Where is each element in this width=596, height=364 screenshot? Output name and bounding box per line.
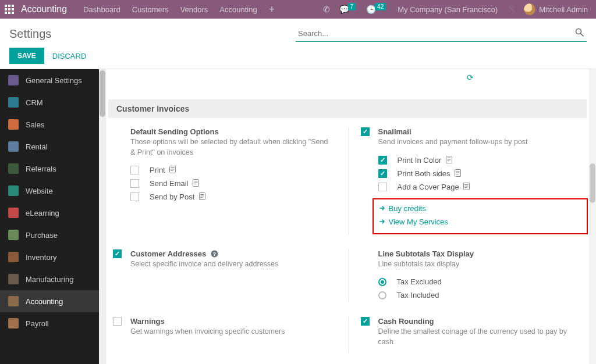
setting-line-subtotals-title: Line Subtotals Tax Display — [378, 249, 583, 258]
content-scrollbar[interactable] — [589, 69, 596, 364]
label-tax-excluded: Tax Excluded — [397, 277, 442, 286]
setting-default-sending-desc: Those options will be selected by defaul… — [130, 137, 335, 158]
activities-icon[interactable]: 🕒42 — [361, 5, 392, 14]
setting-warnings-title: Warnings — [130, 317, 335, 326]
checkbox-print-color[interactable] — [378, 156, 387, 165]
sidebar-item-crm[interactable]: CRM — [0, 91, 106, 113]
sidebar-icon — [8, 163, 19, 174]
sidebar-item-accounting[interactable]: Accounting — [0, 290, 106, 312]
sidebar-icon — [8, 296, 19, 306]
apps-menu-icon[interactable] — [5, 5, 14, 14]
section-header-customer-invoices: Customer Invoices — [108, 99, 587, 118]
setting-cash-rounding-desc: Define the smallest coinage of the curre… — [378, 327, 583, 347]
checkbox-cash-rounding[interactable] — [361, 317, 370, 326]
sidebar-scrollbar[interactable] — [99, 69, 106, 364]
sidebar-label: Referrals — [26, 165, 56, 173]
label-cover-page: Add a Cover Page — [398, 183, 470, 191]
checkbox-snailmail[interactable] — [361, 127, 370, 136]
sidebar-item-purchase[interactable]: Purchase — [0, 224, 106, 246]
radio-tax-excluded[interactable] — [378, 278, 386, 286]
activities-badge: 42 — [375, 3, 386, 10]
nav-vendors[interactable]: Vendors — [175, 5, 214, 14]
label-print-color: Print In Color — [398, 156, 453, 165]
doc-icon — [446, 156, 452, 163]
messages-badge: 7 — [348, 3, 356, 10]
sidebar-icon — [8, 185, 19, 196]
sidebar-item-referrals[interactable]: Referrals — [0, 158, 106, 180]
sidebar-icon — [8, 208, 19, 218]
label-print-both-sides: Print Both sides — [398, 169, 462, 178]
doc-icon — [455, 169, 461, 177]
sidebar-icon — [8, 318, 19, 329]
doc-icon — [193, 179, 199, 187]
sidebar-label: Purchase — [26, 231, 58, 240]
doc-icon — [169, 166, 176, 173]
sidebar-item-payroll[interactable]: Payroll — [0, 312, 106, 334]
refresh-icon[interactable]: ⟳ — [467, 73, 474, 82]
nav-customers[interactable]: Customers — [126, 5, 175, 14]
sidebar-icon — [8, 119, 19, 130]
doc-icon — [463, 183, 470, 190]
sidebar-icon — [8, 230, 19, 240]
radio-tax-included[interactable] — [378, 291, 386, 299]
label-send-post: Send by Post — [150, 192, 205, 201]
label-send-email: Send Email — [150, 179, 199, 188]
tools-icon[interactable]: ✕ — [503, 4, 520, 15]
setting-warnings-desc: Get warnings when invoicing specific cus… — [130, 327, 335, 337]
save-button[interactable]: SAVE — [9, 48, 44, 64]
sidebar-icon — [8, 141, 19, 152]
checkbox-cover-page[interactable] — [378, 183, 387, 191]
sidebar-label: Accounting — [26, 297, 63, 306]
arrow-icon — [379, 219, 385, 224]
sidebar-label: General Settings — [26, 76, 82, 85]
settings-sidebar: General SettingsCRMSalesRentalReferralsW… — [0, 69, 106, 364]
sidebar-icon — [8, 274, 19, 284]
messages-icon[interactable]: 💬7 — [335, 5, 362, 14]
nav-dashboard[interactable]: Dashboard — [77, 5, 126, 14]
arrow-icon — [379, 205, 385, 211]
label-print: Print — [150, 166, 176, 174]
checkbox-customer-addresses[interactable] — [113, 249, 122, 258]
sidebar-item-manufacturing[interactable]: Manufacturing — [0, 268, 106, 290]
user-menu[interactable]: Mitchell Admin — [520, 3, 591, 15]
sidebar-item-elearning[interactable]: eLearning — [0, 202, 106, 224]
settings-content: ⟳ Customer Invoices Default Sending Opti… — [106, 69, 596, 364]
sidebar-icon — [8, 75, 19, 85]
setting-cash-rounding-title: Cash Rounding — [378, 317, 583, 326]
search-icon[interactable] — [575, 28, 584, 37]
highlighted-actions-box: Buy credits View My Services — [372, 198, 588, 234]
help-icon[interactable] — [211, 250, 218, 258]
checkbox-send-post[interactable] — [130, 192, 139, 201]
checkbox-print-both-sides[interactable] — [378, 169, 387, 178]
sidebar-item-inventory[interactable]: Inventory — [0, 246, 106, 268]
setting-customer-addresses-title: Customer Addresses — [130, 249, 335, 258]
user-name: Mitchell Admin — [539, 5, 588, 14]
nav-accounting[interactable]: Accounting — [214, 5, 262, 14]
company-switcher[interactable]: My Company (San Francisco) — [392, 5, 503, 14]
link-view-my-services[interactable]: View My Services — [379, 215, 581, 229]
setting-line-subtotals-desc: Line subtotals tax display — [378, 259, 583, 270]
app-brand[interactable]: Accounting — [21, 4, 67, 15]
checkbox-warnings[interactable] — [113, 317, 122, 326]
sidebar-label: Sales — [26, 120, 45, 129]
sidebar-label: Rental — [26, 142, 48, 151]
sidebar-item-general-settings[interactable]: General Settings — [0, 69, 106, 91]
avatar — [524, 3, 535, 15]
doc-icon — [199, 192, 205, 200]
checkbox-print[interactable] — [130, 166, 139, 174]
label-tax-included: Tax Included — [397, 291, 439, 299]
page-title: Settings — [9, 27, 51, 41]
sidebar-label: Manufacturing — [26, 275, 73, 284]
checkbox-send-email[interactable] — [130, 179, 139, 188]
discard-button[interactable]: DISCARD — [52, 52, 87, 60]
phone-icon[interactable]: ✆ — [318, 5, 335, 14]
setting-snailmail-desc: Send invoices and payment follow-ups by … — [378, 137, 583, 148]
sidebar-item-rental[interactable]: Rental — [0, 135, 106, 158]
search-input[interactable] — [296, 26, 587, 42]
sidebar-label: Website — [26, 187, 53, 195]
link-buy-credits[interactable]: Buy credits — [379, 202, 581, 215]
plus-icon[interactable]: + — [263, 3, 281, 16]
sidebar-item-website[interactable]: Website — [0, 180, 106, 202]
setting-default-sending-title: Default Sending Options — [130, 127, 335, 136]
sidebar-item-sales[interactable]: Sales — [0, 113, 106, 135]
